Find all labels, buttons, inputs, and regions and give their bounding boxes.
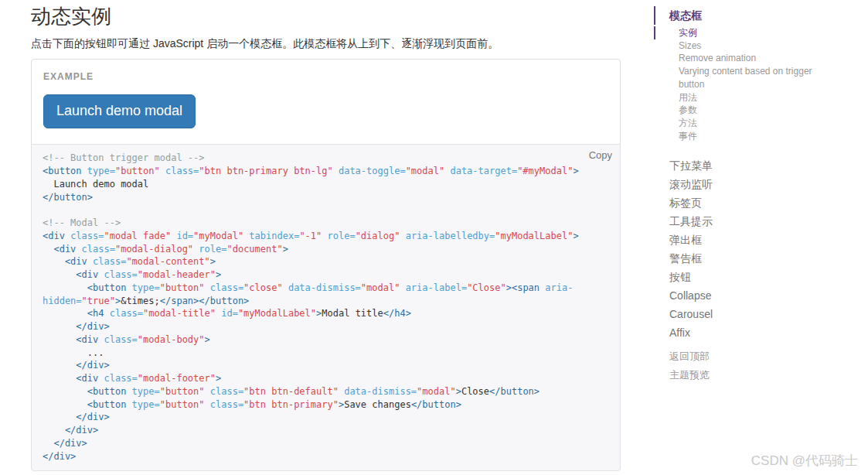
code-line: <div class="modal-body"> (43, 333, 609, 347)
code-line: </button> (43, 191, 609, 204)
code-line: <!-- Modal --> (43, 217, 609, 230)
sidebar-subitem[interactable]: 参数 (654, 104, 836, 117)
sidebar-item[interactable]: Affix (654, 323, 836, 342)
code-line: </div> (43, 437, 609, 450)
sidebar-item[interactable]: Carousel (654, 305, 836, 323)
code-line: ... (43, 347, 609, 360)
launch-demo-modal-button[interactable]: Launch demo modal (43, 94, 196, 128)
sidebar-item[interactable]: 下拉菜单 (654, 156, 836, 175)
code-line: </div> (43, 359, 609, 372)
sidebar-subnav: 实例SizesRemove animationVarying content b… (654, 26, 836, 142)
code-line: <div class="modal-header"> (43, 268, 609, 282)
code-line: hidden="true">&times;</span></button> (43, 295, 609, 308)
code-line: </div> (43, 424, 609, 437)
main-content: 动态实例 点击下面的按钮即可通过 JavaScript 启动一个模态框。此模态框… (31, 0, 621, 471)
page-title: 动态实例 (31, 5, 621, 29)
code-line (43, 203, 609, 217)
sidebar-footer-link[interactable]: 返回顶部 (654, 347, 836, 365)
watermark: CSDN @代码骑士 (751, 452, 858, 470)
example-label: EXAMPLE (43, 71, 94, 82)
sidebar-item[interactable]: 弹出框 (654, 231, 836, 249)
code-line: Launch demo modal (43, 178, 609, 191)
sidebar-item[interactable]: 滚动监听 (654, 175, 836, 193)
sidebar-subitem[interactable]: 事件 (654, 130, 836, 143)
example-box: EXAMPLE Launch demo modal (31, 59, 621, 145)
code-line: </div> (43, 411, 609, 424)
code-line: <div class="modal-content"> (43, 255, 609, 268)
sidebar-item[interactable]: 按钮 (654, 268, 836, 286)
sidebar-item[interactable]: Collapse (654, 286, 836, 305)
sidebar-item[interactable]: 工具提示 (654, 212, 836, 231)
sidebar-subitem[interactable]: Remove animation (654, 52, 836, 65)
sidebar-nav: 模态框实例SizesRemove animationVarying conten… (654, 6, 836, 384)
page-description: 点击下面的按钮即可通过 JavaScript 启动一个模态框。此模态框将从上到下… (31, 36, 621, 51)
sidebar-subitem[interactable]: Sizes (654, 39, 836, 53)
code-line: <div class="modal-footer"> (43, 372, 609, 385)
sidebar-footer: 返回顶部主题预览 (654, 347, 836, 384)
sidebar-subitem[interactable]: 方法 (654, 117, 836, 130)
copy-button[interactable]: Copy (589, 149, 612, 161)
code-line: <h4 class="modal-title" id="myModalLabel… (43, 307, 609, 320)
code-line: <button type="button" class="btn btn-def… (43, 385, 609, 398)
code-line: </div> (43, 320, 609, 333)
code-line: <button type="button" class="btn btn-pri… (43, 165, 609, 178)
sidebar-item[interactable]: 模态框 (654, 6, 836, 25)
sidebar-footer-link[interactable]: 主题预览 (654, 365, 836, 384)
code-line: <div class="modal-dialog" role="document… (43, 243, 609, 256)
code-listing: <!-- Button trigger modal --><button typ… (43, 152, 609, 463)
code-line: </div> (43, 450, 609, 463)
sidebar-item[interactable]: 警告框 (654, 249, 836, 268)
code-block: Copy <!-- Button trigger modal --><butto… (31, 144, 621, 471)
code-line: <div class="modal fade" id="myModal" tab… (43, 230, 609, 243)
sidebar-item[interactable]: 标签页 (654, 193, 836, 212)
sidebar-subitem[interactable]: 用法 (654, 91, 836, 104)
code-line: <button type="button" class="btn btn-pri… (43, 398, 609, 412)
sidebar-subitem[interactable]: 实例 (654, 26, 836, 39)
code-line: <button type="button" class="close" data… (43, 282, 609, 295)
code-line: <!-- Button trigger modal --> (43, 152, 609, 165)
sidebar-subitem[interactable]: Varying content based on trigger button (654, 65, 836, 91)
